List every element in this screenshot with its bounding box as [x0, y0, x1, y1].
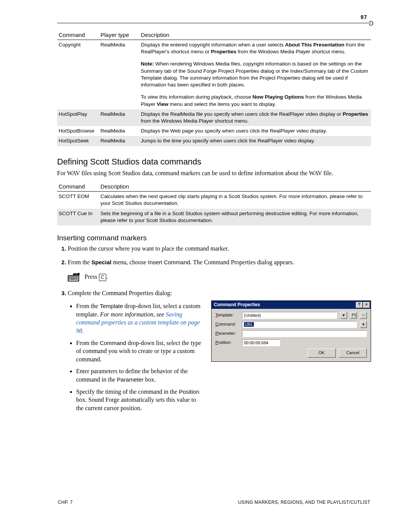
svg-rect-11 — [70, 278, 71, 278]
dropdown-icon[interactable]: ▼ — [340, 312, 347, 319]
svg-rect-5 — [72, 276, 73, 277]
table-row: HotSpotSeek RealMedia Jumps to the time … — [57, 136, 371, 146]
col-command: Command — [57, 182, 99, 192]
col-description: Description — [99, 182, 371, 192]
template-field[interactable]: (Untitled) — [242, 312, 337, 319]
text: Now Playing Options — [252, 94, 304, 100]
position-field[interactable]: 00:00:08.684 — [242, 339, 280, 346]
svg-rect-6 — [73, 276, 74, 277]
svg-rect-2 — [69, 276, 70, 277]
command-field[interactable]: URL — [242, 321, 357, 328]
command-label: Command: — [215, 321, 239, 327]
cell-desc: Displays the Web page you specify when u… — [139, 126, 371, 136]
dialog-titlebar[interactable]: Command Properties ? × — [212, 301, 371, 309]
text: From the — [68, 259, 91, 265]
svg-rect-13 — [72, 278, 73, 278]
text: Special — [91, 259, 112, 265]
keyboard-icon — [68, 272, 80, 282]
cell-command: HotSpotBrowse — [57, 126, 99, 136]
cell-desc: To view this information during playback… — [139, 90, 371, 109]
section-title-scott: Defining Scott Studios data commands — [57, 157, 371, 167]
table-row: SCOTT EOM Calculates when the next queue… — [57, 192, 371, 209]
text: From the — [76, 340, 100, 346]
svg-rect-20 — [75, 279, 78, 280]
svg-rect-15 — [75, 278, 75, 278]
section-title-insert: Inserting command markers — [57, 234, 371, 242]
help-button[interactable]: ? — [356, 302, 363, 308]
position-label: Position: — [215, 340, 239, 345]
text: menu, choose — [112, 259, 148, 265]
text: To view this information during playback… — [141, 94, 252, 100]
page-number: 97 — [360, 14, 367, 20]
text: box. Sound Forge automatically sets this… — [76, 396, 196, 411]
svg-rect-7 — [75, 276, 75, 277]
table-row: To view this information during playback… — [57, 90, 371, 109]
cell-desc: Jumps to the time you specify when users… — [139, 136, 371, 146]
text: . — [106, 273, 108, 280]
table-row: HotSpotPlay RealMedia Displays the RealM… — [57, 109, 371, 126]
text: Displays the entered copyright informati… — [141, 42, 285, 48]
section-body: For WAV files using Scott Studios data, … — [57, 169, 371, 177]
keyboard-tip: Press C. — [68, 272, 371, 282]
dialog-title: Command Properties — [214, 302, 260, 308]
text: Displays the RealMedia file you specify … — [141, 111, 343, 117]
cancel-button[interactable]: Cancel — [339, 348, 367, 358]
text: Command — [100, 340, 126, 346]
col-command: Command — [57, 30, 99, 40]
table-row: SCOTT Cue In Sets the beginning of a fil… — [57, 209, 371, 225]
svg-rect-10 — [69, 278, 70, 278]
cell-desc: Displays the entered copyright informati… — [139, 40, 371, 57]
cell-command: SCOTT EOM — [57, 192, 99, 209]
page-footer: CHP. 7 USING MARKERS, REGIONS, AND THE P… — [57, 500, 371, 505]
svg-rect-17 — [77, 278, 78, 278]
parameter-field[interactable] — [242, 330, 367, 337]
text: From the — [76, 303, 100, 309]
col-player: Player type — [99, 30, 139, 40]
cell-command: HotSpotPlay — [57, 109, 99, 126]
cell-command: Copyright — [57, 40, 99, 57]
bullets: From the Template drop-down list, select… — [68, 302, 203, 412]
cell-player: RealMedia — [99, 136, 139, 146]
svg-rect-9 — [77, 276, 78, 277]
text: Template — [100, 303, 123, 309]
table-row: HotSpotBrowse RealMedia Displays the Web… — [57, 126, 371, 136]
save-icon[interactable]: 💾 — [350, 312, 357, 319]
text: For more information, see — [100, 311, 166, 318]
svg-rect-12 — [71, 278, 72, 278]
ok-button[interactable]: OK — [307, 348, 336, 358]
selected-text: URL — [244, 322, 254, 327]
step-3: Complete the Command Properties dialog: … — [68, 289, 371, 416]
text: Complete the Command Properties dialog: — [68, 290, 172, 296]
header-rule: 97 C — [57, 23, 371, 23]
text: Note: — [141, 61, 154, 67]
cell-command: HotSpotSeek — [57, 136, 99, 146]
dropdown-icon[interactable]: ▼ — [360, 321, 367, 328]
text: Properties — [211, 49, 236, 54]
keycap-c: C — [99, 274, 106, 281]
svg-rect-8 — [76, 276, 76, 277]
text: menu and select the items you want to di… — [169, 101, 276, 107]
bullet-position: Specify the timing of the command in the… — [76, 388, 203, 412]
text: . The Command Properties dialog appears. — [190, 259, 294, 265]
cell-player: RealMedia — [99, 40, 139, 57]
cell-desc: Displays the RealMedia file you specify … — [139, 109, 371, 126]
svg-rect-14 — [73, 278, 74, 278]
text: When rendering Windows Media files, copy… — [141, 61, 368, 88]
svg-rect-18 — [69, 279, 70, 280]
text: About This Presentation — [285, 42, 344, 48]
delete-icon[interactable]: ✕ — [360, 312, 367, 319]
text: Specify the timing of the command in the — [76, 388, 179, 395]
col-description: Description — [139, 30, 371, 40]
bullet-template: From the Template drop-down list, select… — [76, 302, 203, 335]
step-1: Position the cursor where you want to pl… — [68, 244, 371, 253]
close-button[interactable]: × — [363, 302, 370, 308]
svg-rect-4 — [71, 276, 72, 277]
text: Press — [84, 273, 99, 280]
parameter-label: Parameter: — [215, 331, 239, 336]
text: Position — [179, 388, 199, 395]
cell-desc: Note: When rendering Windows Media files… — [139, 57, 371, 90]
steps-list-continued: Complete the Command Properties dialog: … — [57, 289, 371, 416]
cell-command: SCOTT Cue In — [57, 209, 99, 225]
footer-title: USING MARKERS, REGIONS, AND THE PLAYLIST… — [238, 500, 370, 505]
text: Parameter — [117, 376, 143, 383]
